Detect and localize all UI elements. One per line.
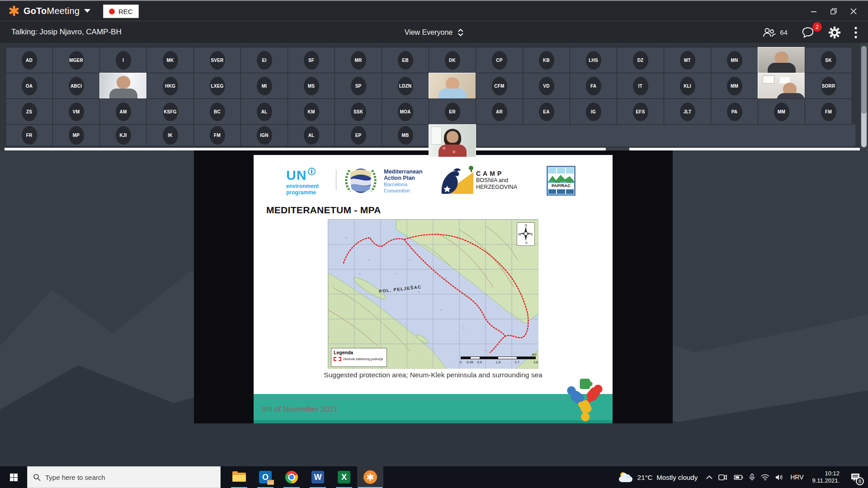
- participant-tile[interactable]: SSK: [335, 99, 382, 125]
- participant-tile[interactable]: SORR: [805, 73, 852, 99]
- volume-icon[interactable]: [775, 474, 783, 481]
- participant-video-tile[interactable]: [758, 47, 805, 73]
- participant-tile[interactable]: IT: [617, 73, 664, 99]
- participant-tile[interactable]: SK: [805, 47, 852, 73]
- participant-tile[interactable]: IK: [146, 124, 194, 146]
- weather-widget[interactable]: 21°C Mostly cloudy: [619, 472, 698, 482]
- taskbar-search[interactable]: [27, 466, 221, 488]
- participant-tile[interactable]: VD: [523, 73, 570, 99]
- participant-tile[interactable]: LHS: [570, 47, 617, 73]
- participant-tile[interactable]: FA: [570, 73, 617, 99]
- language-indicator[interactable]: HRV: [790, 474, 803, 481]
- participant-tile[interactable]: FM: [805, 99, 852, 125]
- participant-tile[interactable]: MK: [146, 47, 194, 73]
- taskbar-app-chrome[interactable]: [278, 466, 305, 488]
- participant-tile[interactable]: KSFG: [146, 99, 194, 125]
- participant-tile[interactable]: EB: [382, 47, 429, 73]
- search-input[interactable]: [45, 474, 199, 481]
- app-title[interactable]: GoToMeeting: [24, 6, 80, 16]
- participant-tile[interactable]: JLT: [664, 99, 711, 125]
- participant-tile[interactable]: ER: [429, 99, 476, 125]
- participant-video-tile[interactable]: [429, 124, 476, 157]
- microphone-icon[interactable]: [749, 474, 755, 481]
- more-options-button[interactable]: [854, 27, 857, 38]
- participant-tile[interactable]: MN: [711, 47, 758, 73]
- chevron-up-icon[interactable]: [706, 475, 712, 479]
- participant-tile[interactable]: SVER: [193, 47, 241, 73]
- vertical-scrollbar[interactable]: [860, 43, 868, 150]
- meet-now-icon[interactable]: [718, 474, 727, 481]
- participant-initials: AL: [308, 133, 315, 138]
- participant-tile[interactable]: KLI: [664, 73, 711, 99]
- notification-center-button[interactable]: 8: [846, 466, 864, 488]
- participant-initials: MT: [684, 58, 691, 63]
- participant-tile[interactable]: IG: [570, 99, 617, 125]
- participant-tile[interactable]: KB: [523, 47, 570, 73]
- settings-button[interactable]: [828, 26, 841, 39]
- participant-video-tile[interactable]: [429, 73, 476, 99]
- participant-tile[interactable]: AD: [5, 47, 53, 73]
- participant-tile[interactable]: MGER: [52, 47, 100, 73]
- taskbar-app-gotomeeting[interactable]: [357, 466, 383, 488]
- participant-tile[interactable]: DK: [429, 47, 476, 73]
- participant-tile[interactable]: AR: [476, 99, 523, 125]
- participant-video-tile[interactable]: [99, 73, 147, 99]
- participant-tile[interactable]: KJI: [99, 124, 147, 146]
- view-mode-selector[interactable]: View Everyone: [405, 21, 463, 43]
- participant-tile[interactable]: FR: [5, 124, 53, 146]
- taskbar-app-outlook[interactable]: O: [252, 466, 278, 488]
- minimize-button[interactable]: [804, 1, 824, 22]
- participant-tile[interactable]: EI: [241, 47, 288, 73]
- participant-video-tile[interactable]: [758, 73, 805, 99]
- participant-tile[interactable]: IGN: [241, 124, 288, 146]
- participant-tile[interactable]: CP: [476, 47, 523, 73]
- participant-tile[interactable]: BC: [193, 99, 241, 125]
- restore-button[interactable]: [824, 1, 844, 22]
- chat-button[interactable]: 2: [801, 26, 815, 38]
- participant-tile[interactable]: MM: [711, 73, 758, 99]
- participant-tile[interactable]: AL: [241, 99, 288, 125]
- participant-tile[interactable]: AL: [288, 124, 335, 146]
- participant-tile[interactable]: MS: [288, 73, 335, 99]
- participant-tile[interactable]: MI: [241, 73, 288, 99]
- participant-tile[interactable]: ZS: [5, 99, 53, 125]
- chevron-down-icon[interactable]: [84, 9, 90, 13]
- participant-tile[interactable]: KM: [288, 99, 335, 125]
- participant-tile[interactable]: SP: [335, 73, 382, 99]
- taskbar-app-excel[interactable]: X: [331, 466, 357, 488]
- battery-icon[interactable]: [733, 474, 743, 480]
- participant-tile[interactable]: VM: [52, 99, 100, 125]
- participant-tile[interactable]: AM: [99, 99, 147, 125]
- start-button[interactable]: [0, 466, 27, 488]
- participant-tile[interactable]: HKG: [146, 73, 194, 99]
- participant-tile[interactable]: SF: [288, 47, 335, 73]
- vertical-scrollbar-thumb[interactable]: [861, 46, 867, 114]
- participant-tile[interactable]: MOA: [382, 99, 429, 125]
- participant-tile[interactable]: MB: [382, 124, 429, 146]
- participant-tile[interactable]: PA: [711, 99, 758, 125]
- participant-tile[interactable]: MR: [335, 47, 382, 73]
- recording-button[interactable]: REC: [103, 5, 139, 18]
- taskbar-app-file-explorer[interactable]: [226, 466, 252, 488]
- vertical-scrollbar-track[interactable]: [861, 46, 867, 147]
- participant-tile[interactable]: CFM: [476, 73, 523, 99]
- participant-tile[interactable]: EFS: [617, 99, 664, 125]
- horizontal-scrollbar-handle[interactable]: [606, 148, 629, 150]
- wifi-icon[interactable]: [761, 474, 769, 481]
- participant-tile[interactable]: FM: [193, 124, 241, 146]
- taskbar-app-word[interactable]: W: [305, 466, 331, 488]
- taskbar-clock[interactable]: 10:12 9.11.2021.: [812, 470, 840, 484]
- participant-tile[interactable]: MM: [758, 99, 805, 125]
- participant-tile[interactable]: MT: [664, 47, 711, 73]
- participant-tile[interactable]: I: [99, 47, 147, 73]
- participant-tile[interactable]: OA: [5, 73, 53, 99]
- participant-tile[interactable]: LXEG: [193, 73, 241, 99]
- participant-tile[interactable]: DZ: [617, 47, 664, 73]
- participant-tile[interactable]: EP: [335, 124, 382, 146]
- participant-tile[interactable]: LDZN: [382, 73, 429, 99]
- attendees-button[interactable]: 64: [762, 27, 788, 38]
- participant-tile[interactable]: MP: [52, 124, 100, 146]
- participant-tile[interactable]: ABCI: [52, 73, 100, 99]
- participant-tile[interactable]: EA: [523, 99, 570, 125]
- close-button[interactable]: [844, 1, 863, 22]
